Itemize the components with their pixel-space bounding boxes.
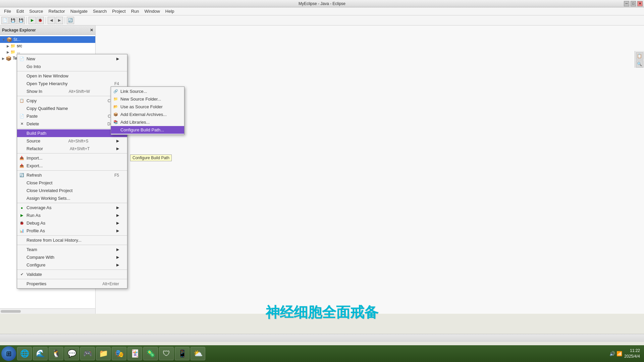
menu-window[interactable]: Window xyxy=(142,8,163,14)
taskbar-app2[interactable]: 🎮 xyxy=(80,347,95,360)
ctx-close-unrelated[interactable]: Close Unrelated Project xyxy=(17,187,127,194)
panel-scrollbar[interactable] xyxy=(0,308,95,314)
right-icon-2[interactable]: 🔍 xyxy=(636,60,643,68)
ctx-open-type-hierarchy-shortcut: F4 xyxy=(114,81,119,86)
ctx-import[interactable]: 📥 Import... xyxy=(17,154,127,162)
menu-refactor[interactable]: Refactor xyxy=(46,8,68,14)
sub-add-external-archives[interactable]: 📦 Add External Archives... xyxy=(111,111,184,118)
window-controls: ─ □ ✕ xyxy=(624,1,643,6)
ctx-assign-working-sets[interactable]: Assign Working Sets... xyxy=(17,194,127,202)
maximize-button[interactable]: □ xyxy=(631,1,636,6)
ctx-run-as-label: Run As xyxy=(26,213,41,218)
build-path-submenu: 🔗 Link Source... 📁 New Source Folder... … xyxy=(111,86,184,135)
ctx-configure[interactable]: Configure ▶ xyxy=(17,261,127,269)
right-icon-1[interactable]: 📋 xyxy=(636,52,643,60)
ctx-copy-label: Copy xyxy=(26,98,37,103)
coverage-icon: ● xyxy=(19,205,24,210)
taskbar-app6[interactable]: 🛡 xyxy=(159,347,174,360)
ctx-team-label: Team xyxy=(26,247,37,252)
ctx-close-project[interactable]: Close Project xyxy=(17,179,127,187)
ctx-run-as[interactable]: ▶ Run As ▶ xyxy=(17,212,127,219)
ctx-coverage-as-label: Coverage As xyxy=(26,205,51,210)
taskbar-wechat[interactable]: 💬 xyxy=(64,347,79,360)
ctx-debug-as[interactable]: 🐞 Debug As ▶ xyxy=(17,219,127,227)
taskbar-files[interactable]: 📁 xyxy=(96,347,111,360)
taskbar-chrome[interactable]: 🌐 xyxy=(17,347,32,360)
ctx-new[interactable]: 📄 New ▶ xyxy=(17,55,127,63)
panel-close-icon[interactable]: ✕ xyxy=(90,28,93,33)
ctx-source[interactable]: Source Alt+Shift+S ▶ xyxy=(17,137,127,145)
start-button[interactable]: ⊞ xyxy=(1,346,16,361)
taskbar-edge[interactable]: 🌊 xyxy=(33,347,48,360)
refresh-button[interactable]: 🔄 xyxy=(67,17,74,24)
taskbar-app5[interactable]: 🦠 xyxy=(143,347,158,360)
taskbar-app4[interactable]: 🃏 xyxy=(127,347,142,360)
minimize-button[interactable]: ─ xyxy=(624,1,629,6)
next-button[interactable]: ▶ xyxy=(56,17,63,24)
debug-button[interactable]: 🐞 xyxy=(37,17,44,24)
ctx-source-shortcut: Alt+Shift+S xyxy=(68,139,89,143)
sub-new-source-folder[interactable]: 📁 New Source Folder... xyxy=(111,95,184,103)
ctx-validate[interactable]: ✔ Validate xyxy=(17,270,127,278)
ctx-gointo[interactable]: Go Into xyxy=(17,63,127,70)
ctx-debug-as-arrow: ▶ xyxy=(116,221,119,225)
menu-source[interactable]: Source xyxy=(26,8,46,14)
ctx-properties[interactable]: Properties Alt+Enter xyxy=(17,280,127,288)
menu-project[interactable]: Project xyxy=(109,8,128,14)
ctx-source-label: Source xyxy=(26,138,40,143)
menu-run[interactable]: Run xyxy=(128,8,142,14)
taskbar-app3[interactable]: 🎭 xyxy=(112,347,126,360)
sub-configure-build-path[interactable]: ⚙ Configure Build Path... xyxy=(111,126,184,134)
new-source-folder-icon: 📁 xyxy=(113,97,118,102)
menu-search[interactable]: Search xyxy=(90,8,109,14)
ctx-properties-label: Properties xyxy=(26,281,46,286)
ctx-sep-1 xyxy=(17,71,127,71)
menu-navigate[interactable]: Navigate xyxy=(68,8,90,14)
tooltip-text: Configure Build Path xyxy=(132,156,169,160)
menu-help[interactable]: Help xyxy=(163,8,177,14)
tree-item-selected[interactable]: ▼ 📦 St... xyxy=(0,36,95,43)
taskbar-app7[interactable]: 📱 xyxy=(175,347,190,360)
ctx-team[interactable]: Team ▶ xyxy=(17,246,127,253)
panel-header: Package Explorer ✕ xyxy=(0,25,95,35)
ctx-coverage-as-arrow: ▶ xyxy=(116,205,119,210)
save-all-button[interactable]: 💾 xyxy=(17,17,25,24)
ctx-paste-label: Paste xyxy=(26,114,38,119)
menu-file[interactable]: File xyxy=(1,8,14,14)
save-button[interactable]: 💾 xyxy=(9,17,17,24)
ctx-refactor-label: Refactor xyxy=(26,146,43,151)
ctx-restore-history[interactable]: Restore from Local History... xyxy=(17,236,127,244)
sub-use-as-source-folder[interactable]: 📂 Use as Source Folder xyxy=(111,103,184,111)
scrollbar-thumb[interactable] xyxy=(1,310,21,313)
profile-as-icon: 📊 xyxy=(19,228,24,234)
new-button[interactable]: 📄 xyxy=(1,17,9,24)
tree-item-2[interactable]: ▶ 📁 src xyxy=(0,43,95,49)
sub-new-source-folder-label: New Source Folder... xyxy=(120,97,161,102)
taskbar-eclipse[interactable]: ⛅ xyxy=(191,347,205,360)
ctx-compare-with-arrow: ▶ xyxy=(116,255,119,259)
ctx-properties-shortcut: Alt+Enter xyxy=(102,282,119,286)
ctx-show-in-label: Show In xyxy=(26,89,42,94)
tree-arrow-icon: ▼ xyxy=(2,38,5,42)
ctx-export[interactable]: 📤 Export... xyxy=(17,162,127,170)
ctx-refactor[interactable]: Refactor Alt+Shift+T ▶ xyxy=(17,145,127,153)
ctx-coverage-as[interactable]: ● Coverage As ▶ xyxy=(17,204,127,212)
sub-add-libraries[interactable]: 📚 Add Libraries... xyxy=(111,118,184,126)
sub-link-source[interactable]: 🔗 Link Source... xyxy=(111,87,184,95)
taskbar-app1[interactable]: 🐧 xyxy=(49,347,63,360)
ctx-show-in-shortcut: Alt+Shift+W xyxy=(69,89,90,94)
ctx-refresh[interactable]: 🔄 Refresh F5 xyxy=(17,171,127,179)
ctx-open-new-window[interactable]: Open in New Window xyxy=(17,72,127,80)
ctx-sep-10 xyxy=(17,279,127,279)
ctx-configure-label: Configure xyxy=(26,262,45,267)
use-as-source-folder-icon: 📂 xyxy=(113,104,118,110)
menu-edit[interactable]: Edit xyxy=(14,8,26,14)
prev-button[interactable]: ◀ xyxy=(48,17,55,24)
ctx-compare-with[interactable]: Compare With ▶ xyxy=(17,253,127,261)
ctx-copy-qualified-label: Copy Qualified Name xyxy=(26,106,68,111)
sub-use-as-source-folder-label: Use as Source Folder xyxy=(120,104,163,109)
ctx-profile-as[interactable]: 📊 Profile As ▶ xyxy=(17,227,127,235)
run-button[interactable]: ▶ xyxy=(29,17,36,24)
close-button[interactable]: ✕ xyxy=(637,1,643,6)
ctx-close-unrelated-label: Close Unrelated Project xyxy=(26,188,72,193)
